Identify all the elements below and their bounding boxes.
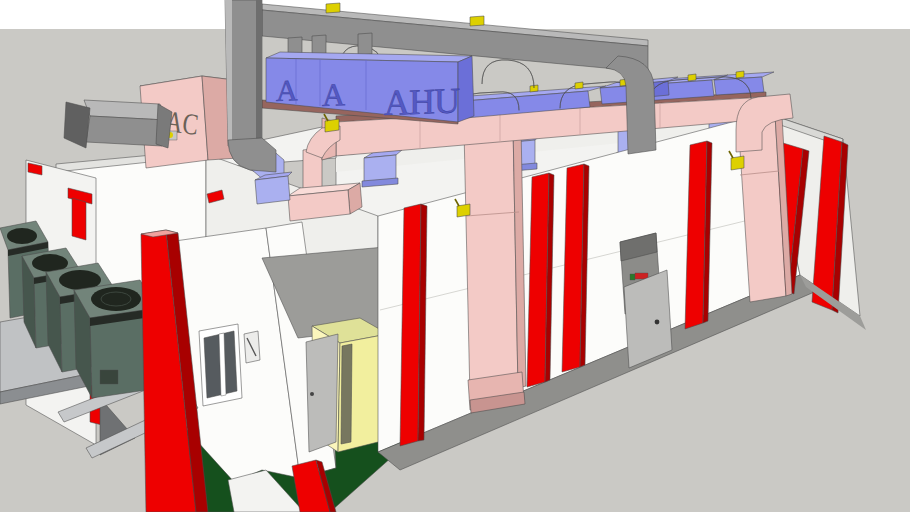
door-leaf[interactable] [624,270,672,368]
model-viewport[interactable]: A A AHU OAC [0,0,910,512]
intake-scoop [64,100,172,148]
door-handle [655,320,660,325]
wall-dispenser [244,331,260,363]
yellow-booth [306,318,388,452]
window [199,324,242,406]
ahu-module-label-left: A [276,73,298,107]
ahu-label: AHU [384,80,460,123]
ahu-module-label-right: A [322,76,345,113]
model-stage: A A AHU OAC [0,0,910,512]
